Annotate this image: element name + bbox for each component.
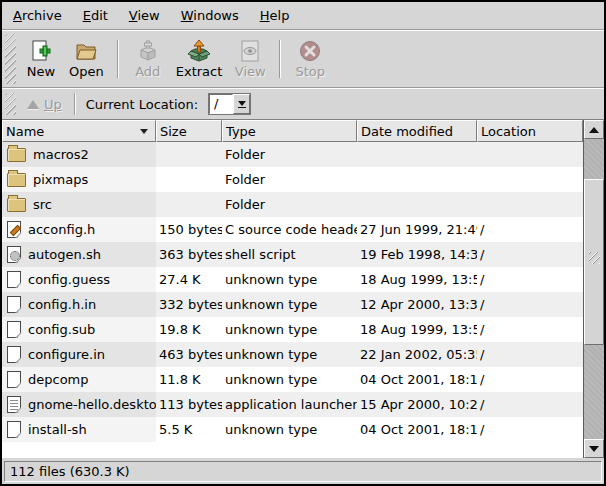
column-header-type-label: Type	[226, 124, 256, 139]
view-button: View	[228, 33, 272, 85]
folder-icon	[7, 148, 26, 162]
menu-view[interactable]: View	[120, 4, 172, 27]
sort-indicator-icon	[140, 129, 148, 134]
folder-icon	[7, 198, 26, 212]
column-header-name[interactable]: Name	[2, 120, 156, 142]
file-size	[156, 192, 222, 217]
location-dropdown-button[interactable]	[233, 94, 250, 114]
menu-archive[interactable]: Archive	[4, 4, 74, 27]
location-value[interactable]: /	[209, 94, 233, 114]
location-combobox: /	[208, 93, 251, 115]
file-size: 5.5 K	[156, 417, 222, 442]
file-date: 12 Apr 2000, 13:36	[357, 292, 477, 317]
scrollbar-thumb[interactable]	[584, 179, 604, 345]
stop-button-label: Stop	[296, 64, 326, 79]
menu-help[interactable]: Help	[251, 4, 302, 27]
view-button-label: View	[235, 64, 266, 79]
file-date	[357, 192, 477, 217]
file-location: /	[477, 267, 583, 292]
file-location	[477, 192, 583, 217]
file-name: depcomp	[28, 372, 89, 387]
column-header-date-label: Date modified	[361, 124, 453, 139]
file-name: pixmaps	[33, 172, 88, 187]
column-header-size[interactable]: Size	[156, 120, 222, 142]
open-archive-icon	[74, 39, 98, 63]
table-row[interactable]: config.sub 19.8 K unknown type 18 Aug 19…	[2, 317, 583, 342]
file-type: Folder	[222, 167, 357, 192]
file-name: config.guess	[28, 272, 110, 287]
file-name: install-sh	[28, 422, 87, 437]
new-archive-icon	[29, 39, 53, 63]
file-location: /	[477, 417, 583, 442]
column-header-size-label: Size	[160, 124, 187, 139]
file-date: 04 Oct 2001, 18:12	[357, 417, 477, 442]
vertical-scrollbar[interactable]	[583, 120, 604, 458]
new-button[interactable]: New	[19, 33, 63, 85]
file-size	[156, 142, 222, 167]
table-row[interactable]: config.guess 27.4 K unknown type 18 Aug …	[2, 267, 583, 292]
file-type: unknown type	[222, 317, 357, 342]
file-size: 19.8 K	[156, 317, 222, 342]
file-size: 463 bytes	[156, 342, 222, 367]
file-size: 332 bytes	[156, 292, 222, 317]
file-name: configure.in	[28, 347, 105, 362]
folder-icon	[7, 173, 26, 187]
document-icon	[7, 321, 21, 338]
column-header-type[interactable]: Type	[222, 120, 357, 142]
menu-edit[interactable]: Edit	[74, 4, 120, 27]
table-row[interactable]: macros2 Folder	[2, 142, 583, 167]
document-icon	[7, 371, 21, 388]
toolbar-drag-handle[interactable]	[5, 34, 16, 84]
table-row[interactable]: src Folder	[2, 192, 583, 217]
column-header-location[interactable]: Location	[477, 120, 583, 142]
document-icon	[7, 346, 21, 363]
table-row[interactable]: acconfig.h 150 bytes C source code heade…	[2, 217, 583, 242]
scrollbar-grip-icon	[589, 252, 600, 264]
file-location: /	[477, 392, 583, 417]
file-name: gnome-hello.desktop	[28, 397, 156, 412]
open-button[interactable]: Open	[63, 33, 110, 85]
file-table: Name Size Type Date modified Location ma…	[2, 120, 583, 458]
file-location: /	[477, 317, 583, 342]
file-type: C source code header	[222, 217, 357, 242]
file-type: Folder	[222, 192, 357, 217]
up-button-label: Up	[44, 97, 62, 112]
view-file-icon	[238, 39, 262, 63]
scrollbar-trough[interactable]	[584, 139, 604, 439]
table-row[interactable]: install-sh 5.5 K unknown type 04 Oct 200…	[2, 417, 583, 442]
column-header-date[interactable]: Date modified	[357, 120, 477, 142]
toolbar: New Open Add	[2, 31, 604, 87]
file-name: autogen.sh	[28, 247, 101, 262]
table-row[interactable]: configure.in 463 bytes unknown type 22 J…	[2, 342, 583, 367]
file-date: 18 Aug 1999, 13:53	[357, 317, 477, 342]
stop-icon	[298, 39, 322, 63]
toolbar-separator	[117, 40, 119, 78]
file-date: 27 Jun 1999, 21:49	[357, 217, 477, 242]
document-lines-icon	[7, 396, 21, 413]
chevron-down-icon	[238, 101, 246, 106]
menu-windows[interactable]: Windows	[172, 4, 251, 27]
menubar: Archive Edit View Windows Help	[2, 2, 604, 29]
file-date: 15 Apr 2000, 10:21	[357, 392, 477, 417]
file-type: unknown type	[222, 417, 357, 442]
arrow-down-icon	[589, 446, 599, 452]
scroll-down-button[interactable]	[584, 439, 604, 458]
table-row[interactable]: depcomp 11.8 K unknown type 04 Oct 2001,…	[2, 367, 583, 392]
locationbar-drag-handle[interactable]	[5, 93, 16, 115]
table-row[interactable]: pixmaps Folder	[2, 167, 583, 192]
table-row[interactable]: gnome-hello.desktop 113 bytes applicatio…	[2, 392, 583, 417]
file-location	[477, 167, 583, 192]
document-pen-icon	[7, 221, 21, 238]
current-location-label: Current Location:	[84, 97, 206, 112]
document-gear-icon	[7, 246, 21, 263]
extract-button[interactable]: Extract	[170, 33, 229, 85]
scroll-up-button[interactable]	[584, 120, 604, 139]
file-type: unknown type	[222, 342, 357, 367]
file-location: /	[477, 292, 583, 317]
table-row[interactable]: config.h.in 332 bytes unknown type 12 Ap…	[2, 292, 583, 317]
chevron-underline	[238, 107, 246, 108]
table-row[interactable]: autogen.sh 363 bytes shell script 19 Feb…	[2, 242, 583, 267]
document-icon	[7, 296, 21, 313]
file-type: Folder	[222, 142, 357, 167]
file-size: 363 bytes	[156, 242, 222, 267]
